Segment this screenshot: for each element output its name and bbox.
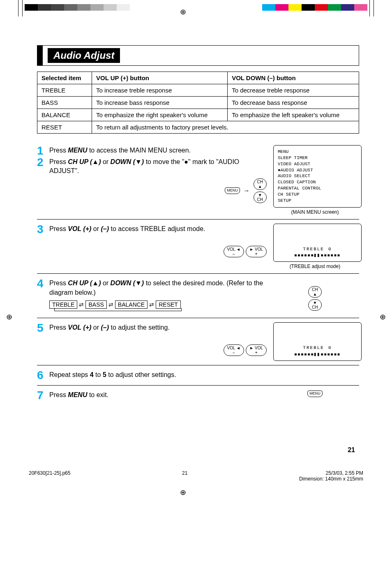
step-number: 4 (37, 278, 49, 289)
step-number: 1 (37, 145, 49, 157)
section-title: Audio Adjust (48, 48, 120, 63)
page-content: Audio Adjust Selected item VOL UP (+) bu… (0, 25, 392, 462)
print-footer: 20F630[21-25].p65 21 25/3/03, 2:55 PM Di… (0, 462, 392, 486)
menu-button-icon (307, 390, 323, 397)
footer-dimension: Dimension: 140mm x 215mm (299, 476, 363, 482)
print-marks-bottom: ⊕ (0, 486, 392, 506)
crop-mark (374, 0, 374, 16)
screen-caption: (TREBLE adjust mode) (271, 263, 359, 269)
crop-mark (18, 0, 18, 16)
crop-mark (22, 0, 23, 16)
crop-mark (369, 0, 370, 16)
table-row: RESET To return all adjustments to facto… (37, 121, 359, 134)
slider-bar-icon: ■■■■■■▮▮■■■■■■ (294, 352, 340, 356)
double-arrow-icon: ⇄ (148, 301, 156, 308)
adjust-table: Selected item VOL UP (+) button VOL DOWN… (37, 72, 359, 134)
table-header-row: Selected item VOL UP (+) button VOL DOWN… (37, 72, 359, 84)
ch-down-button-icon: ▼CH (254, 192, 267, 203)
ch-up-button-icon: CH▲ (308, 286, 321, 298)
table-row: BASS To increase bass response To decrea… (37, 97, 359, 109)
table-header: VOL UP (+) button (92, 72, 227, 84)
registration-mark-icon: ⊕ (180, 488, 186, 497)
vol-plus-button-icon: ► VOL+ (246, 246, 267, 257)
page-number: 21 (37, 446, 359, 454)
main-menu-screen: MENU SLEEP TIMER VIDEO ADJUST ●AUDIO ADJ… (273, 145, 362, 208)
slider-bar-icon: ■■■■■■▮▮■■■■■■ (294, 253, 340, 257)
footer-date: 25/3/03, 2:55 PM (326, 470, 363, 476)
double-arrow-icon: ⇄ (77, 301, 85, 308)
print-marks-top: ⊕ (0, 0, 392, 25)
treble-adjust-screen: TREBLE 0 ■■■■■■▮▮■■■■■■ (273, 322, 362, 361)
step-5: 5 Press VOL (+) or (–) to adjust the set… (37, 318, 359, 365)
section-title-frame: Audio Adjust (37, 45, 359, 66)
screen-caption: (MAIN MENU screen) (271, 209, 359, 215)
step-3: 3 Press VOL (+) or (–) to access TREBLE … (37, 219, 359, 274)
ch-up-button-icon: CH▲ (254, 178, 267, 190)
vol-minus-button-icon: VOL ◄– (224, 246, 244, 257)
step-number: 5 (37, 322, 49, 334)
step-number: 3 (37, 224, 49, 235)
color-bar-left (25, 4, 130, 11)
step-number: 7 (37, 390, 49, 401)
footer-file: 20F630[21-25].p65 (29, 470, 70, 482)
menu-button-icon (225, 187, 240, 194)
arrow-right-icon: → (242, 187, 251, 194)
table-header: VOL DOWN (–) button (228, 72, 359, 84)
registration-mark-icon: ⊕ (180, 7, 186, 16)
table-row: TREBLE To increase treble response To de… (37, 84, 359, 97)
ch-down-button-icon: ▼CH (308, 299, 321, 311)
double-arrow-icon: ⇄ (107, 301, 115, 308)
color-bar-right (262, 4, 367, 11)
step-4: 4 Press CH UP (▲) or DOWN (▼) to select … (37, 274, 359, 318)
vol-plus-button-icon: ► VOL+ (246, 344, 267, 356)
step-number: 2 (37, 157, 49, 203)
mode-flow-diagram: TREBLE⇄BASS⇄BALANCE⇄RESET (49, 300, 267, 312)
footer-page: 21 (182, 470, 187, 482)
step-7: 7 Press MENU to exit. (37, 386, 359, 405)
step-number: 6 (37, 370, 49, 381)
registration-mark-icon: ⊕ (6, 312, 12, 321)
registration-mark-icon: ⊕ (380, 312, 386, 321)
vol-minus-button-icon: VOL ◄– (224, 344, 244, 356)
step-1-2: 1 Press MENU to access the MAIN MENU scr… (37, 141, 359, 219)
step-6: 6 Repeat steps 4 to 5 to adjust other se… (37, 365, 359, 386)
treble-adjust-screen: TREBLE 0 ■■■■■■▮▮■■■■■■ (273, 224, 362, 262)
table-header: Selected item (37, 72, 92, 84)
table-row: BALANCE To emphasize the right speaker's… (37, 109, 359, 121)
